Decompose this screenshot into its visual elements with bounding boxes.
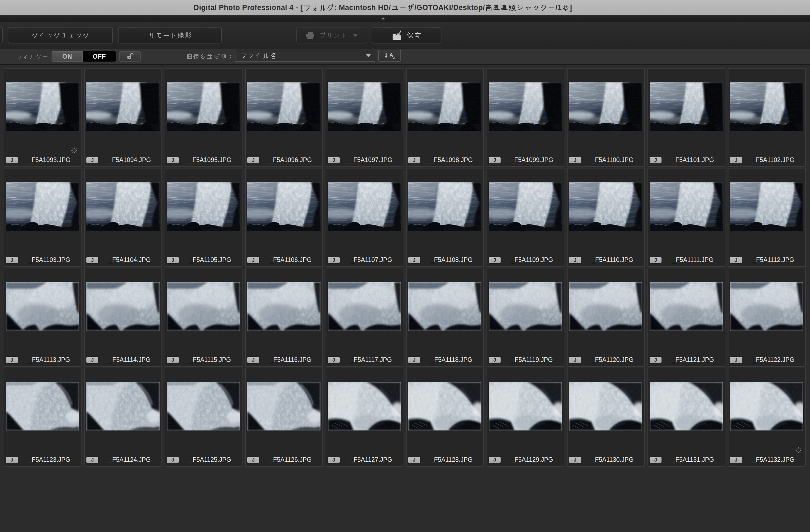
svg-text:z: z (393, 55, 395, 60)
svg-text:A: A (389, 52, 393, 58)
